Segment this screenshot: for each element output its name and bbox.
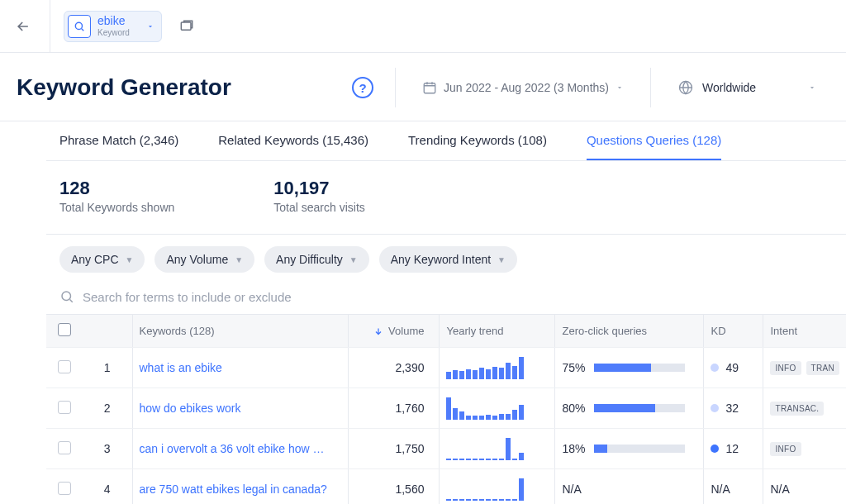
zero-click-bar — [594, 445, 685, 453]
caret-down-icon: ▼ — [497, 255, 506, 264]
sort-desc-icon — [373, 326, 383, 336]
caret-down-icon: ▼ — [235, 255, 243, 264]
filter-chip[interactable]: Any Keyword Intent▼ — [379, 246, 517, 273]
keyword-selector[interactable]: ebike Keyword — [64, 11, 162, 42]
svg-rect-1 — [181, 22, 191, 30]
caret-down-icon — [615, 83, 624, 92]
region-label: Worldwide — [702, 81, 756, 94]
col-zero[interactable]: Zero-click queries — [555, 315, 704, 348]
col-checkbox — [46, 315, 83, 348]
search-icon — [59, 289, 74, 304]
kd-na: N/A — [711, 483, 730, 496]
stats-row: 128 Total Keywords shown 10,197 Total se… — [46, 161, 846, 235]
select-all-checkbox[interactable] — [58, 323, 71, 336]
filter-label: Any CPC — [71, 253, 119, 266]
zero-click: 75% — [562, 361, 696, 374]
volume-cell: 2,390 — [349, 348, 440, 388]
filter-label: Any Volume — [166, 253, 228, 266]
trend-sparkline — [446, 356, 548, 379]
col-intent[interactable]: Intent — [763, 315, 846, 348]
caret-down-icon — [146, 22, 154, 31]
kd-value: 32 — [725, 402, 739, 415]
row-index: 3 — [83, 429, 132, 469]
tab[interactable]: Related Keywords (15,436) — [218, 133, 368, 160]
keyword-value: ebike — [97, 15, 130, 27]
table-row: 4are 750 watt ebikes legal in canada?1,5… — [46, 469, 846, 505]
filter-chip[interactable]: Any Volume▼ — [154, 246, 254, 273]
search-row — [46, 284, 846, 315]
header-row: Keyword Generator ? Jun 2022 - Aug 2022 … — [0, 53, 846, 121]
arrow-left-icon — [15, 18, 31, 35]
row-checkbox[interactable] — [58, 360, 71, 373]
filter-label: Any Keyword Intent — [391, 253, 491, 266]
caret-down-icon: ▼ — [126, 255, 134, 264]
col-volume[interactable]: Volume — [349, 315, 440, 348]
keyword-link[interactable]: are 750 watt ebikes legal in canada? — [140, 483, 327, 496]
intent: INFOTRAN — [770, 361, 839, 375]
region-picker[interactable]: Worldwide — [664, 79, 829, 96]
row-index: 4 — [83, 469, 132, 505]
intent-tag: TRAN — [806, 361, 839, 375]
tab[interactable]: Phrase Match (2,346) — [59, 133, 178, 160]
search-icon — [74, 21, 85, 32]
volume-cell: 1,560 — [349, 469, 440, 505]
new-tab-button[interactable] — [178, 18, 195, 35]
tab[interactable]: Questions Queries (128) — [587, 133, 721, 160]
intent-tag: INFO — [770, 361, 801, 375]
table-row: 3can i overvolt a 36 volt ebike how …1,7… — [46, 429, 846, 469]
row-checkbox[interactable] — [58, 482, 71, 495]
filters-row: Any CPC▼Any Volume▼Any Difficulty▼Any Ke… — [46, 235, 846, 284]
intent: TRANSAC. — [770, 402, 839, 416]
date-range-label: Jun 2022 - Aug 2022 (3 Months) — [444, 81, 609, 94]
stat-value: 128 — [59, 178, 174, 199]
row-checkbox[interactable] — [58, 441, 71, 454]
table-row: 1what is an ebike2,39075%49INFOTRAN — [46, 348, 846, 388]
page-title: Keyword Generator — [17, 74, 339, 101]
kd: 49 — [711, 361, 756, 374]
keyword-link[interactable]: can i overvolt a 36 volt ebike how … — [140, 442, 325, 455]
volume-cell: 1,760 — [349, 388, 440, 429]
zero-click-pct: 80% — [562, 402, 585, 415]
calendar-icon — [422, 80, 437, 95]
divider — [50, 0, 50, 53]
keyword-link[interactable]: how do ebikes work — [140, 402, 241, 415]
search-input[interactable] — [83, 290, 413, 304]
trend-sparkline — [446, 437, 548, 460]
trend-sparkline — [446, 478, 548, 501]
filter-chip[interactable]: Any Difficulty▼ — [264, 246, 369, 273]
col-kd[interactable]: KD — [704, 315, 763, 348]
col-keywords[interactable]: Keywords (128) — [132, 315, 349, 348]
svg-point-4 — [62, 292, 71, 301]
intent-na: N/A — [770, 483, 789, 496]
filter-chip[interactable]: Any CPC▼ — [59, 246, 145, 273]
row-checkbox[interactable] — [58, 401, 71, 414]
date-range-picker[interactable]: Jun 2022 - Aug 2022 (3 Months) — [409, 80, 637, 95]
kd: 12 — [711, 442, 756, 455]
kd-dot-icon — [711, 404, 719, 412]
keyword-sublabel: Keyword — [97, 28, 130, 37]
back-button[interactable] — [10, 13, 36, 40]
kd: 32 — [711, 402, 756, 415]
zero-click-bar — [594, 364, 685, 372]
stat-total-keywords: 128 Total Keywords shown — [59, 178, 174, 214]
filter-label: Any Difficulty — [276, 253, 343, 266]
col-trend[interactable]: Yearly trend — [440, 315, 555, 348]
keywords-table: Keywords (128) Volume Yearly trend Zero-… — [46, 315, 846, 504]
table-row: 2how do ebikes work1,76080%32TRANSAC. — [46, 388, 846, 429]
kd-dot-icon — [711, 364, 719, 372]
intent: INFO — [770, 442, 839, 456]
zero-click-pct: 75% — [562, 361, 585, 374]
row-index: 1 — [83, 348, 132, 388]
stat-total-visits: 10,197 Total search visits — [273, 178, 364, 214]
zero-click: 80% — [562, 402, 696, 415]
globe-icon — [677, 79, 694, 96]
tab[interactable]: Trending Keywords (108) — [408, 133, 547, 160]
zero-click-bar — [594, 404, 685, 412]
zero-click-pct: 18% — [562, 442, 585, 455]
keyword-pill-text: ebike Keyword — [97, 15, 130, 36]
stat-label: Total search visits — [273, 201, 364, 214]
help-button[interactable]: ? — [352, 77, 373, 98]
row-index: 2 — [83, 388, 132, 429]
col-index — [83, 315, 132, 348]
keyword-link[interactable]: what is an ebike — [140, 361, 222, 374]
